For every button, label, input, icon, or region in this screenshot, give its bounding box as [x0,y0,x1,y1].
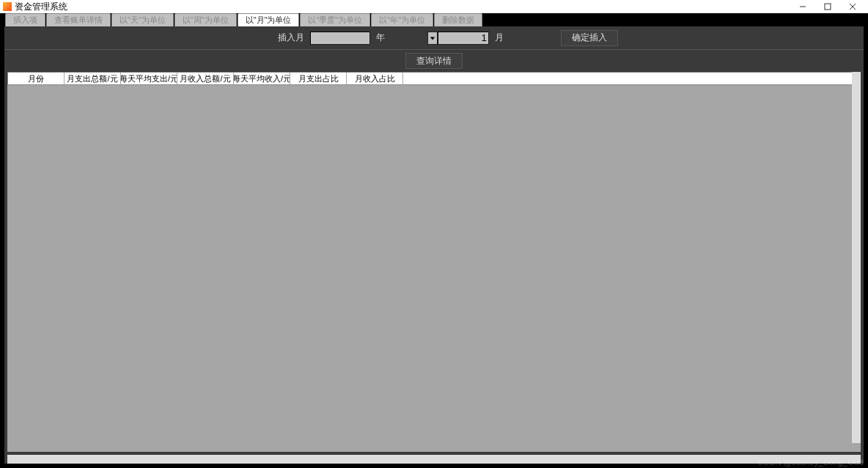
close-button[interactable] [840,0,865,13]
table-header-row: 月份 月支出总额/元 每天平均支出/元 月收入总额/元 每天平均收入/元 月支出… [7,72,861,85]
query-row: 查询详情 [4,50,864,72]
month-suffix-label: 月 [495,32,504,44]
tab-by-quarter[interactable]: 以"季度"为单位 [300,13,370,26]
maximize-button[interactable] [815,0,840,13]
data-table-area: 月份 月支出总额/元 每天平均支出/元 月收入总额/元 每天平均收入/元 月支出… [7,72,861,452]
app-icon [3,2,12,11]
col-avg-daily-expense[interactable]: 每天平均支出/元 [121,73,177,84]
tab-by-month[interactable]: 以"月"为单位 [238,13,300,26]
col-expense-ratio[interactable]: 月支出占比 [290,73,347,84]
year-suffix-label: 年 [376,32,385,44]
tab-by-week[interactable]: 以"周"为单位 [174,13,237,26]
window-title: 资金管理系统 [15,1,67,13]
tab-by-year[interactable]: 以"年"为单位 [371,13,433,26]
year-input[interactable] [310,32,370,45]
col-month[interactable]: 月份 [8,73,65,84]
month-dropdown-button[interactable] [427,32,438,45]
tab-by-day[interactable]: 以"天"为单位 [111,13,174,26]
tab-delete-data[interactable]: 删除数据 [434,13,482,26]
tab-view-bill-detail[interactable]: 查看账单详情 [46,13,111,26]
window-body: 插入项 查看账单详情 以"天"为单位 以"周"为单位 以"月"为单位 以"季度"… [0,13,868,468]
tab-bar: 插入项 查看账单详情 以"天"为单位 以"周"为单位 以"月"为单位 以"季度"… [5,13,867,26]
vertical-scrollbar[interactable] [852,72,861,443]
tab-insert-item[interactable]: 插入项 [5,13,45,26]
insert-controls-row: 插入月 年 月 确定插入 [4,26,864,50]
svg-marker-4 [430,37,435,40]
svg-rect-1 [825,4,831,10]
col-month-expense-total[interactable]: 月支出总额/元 [65,73,121,84]
insert-month-label: 插入月 [278,32,304,44]
query-detail-button[interactable]: 查询详情 [405,53,463,69]
confirm-insert-button[interactable]: 确定插入 [561,30,618,46]
col-income-ratio[interactable]: 月收入占比 [347,73,403,84]
minimize-button[interactable] [790,0,815,13]
col-month-income-total[interactable]: 月收入总额/元 [177,73,234,84]
col-avg-daily-income[interactable]: 每天平均收入/元 [234,73,290,84]
title-bar: 资金管理系统 [0,0,868,13]
month-input[interactable] [438,32,489,45]
month-select-group [427,32,489,45]
horizontal-scrollbar[interactable] [7,455,861,464]
main-panel: 插入月 年 月 确定插入 查询详情 月份 月支出总额/元 每 [4,26,864,464]
